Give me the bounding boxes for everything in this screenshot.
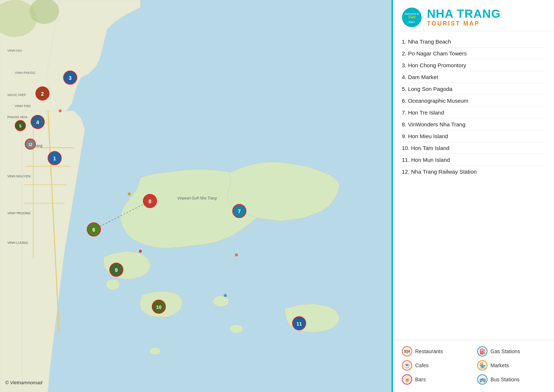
svg-text:VINH PHUOC: VINH PHUOC <box>15 71 36 75</box>
svg-text:Nam: Nam <box>409 20 415 24</box>
legend-item: ☕Cafes <box>402 360 470 371</box>
legend-item: 🍽Restaurants <box>402 346 470 357</box>
svg-point-5 <box>150 347 161 355</box>
svg-point-3 <box>213 296 229 307</box>
svg-text:VINH HAI: VINH HAI <box>7 49 22 52</box>
svg-point-17 <box>235 253 238 256</box>
svg-text:10: 10 <box>156 304 161 310</box>
legend-label: Restaurants <box>415 348 443 354</box>
attraction-item: 3. Hon Chong Promontory <box>402 59 545 71</box>
attraction-item: 10. Hon Tam Island <box>402 142 545 154</box>
legend-icon: 🍺 <box>402 374 412 385</box>
svg-text:5: 5 <box>19 124 21 128</box>
svg-text:4: 4 <box>36 119 39 125</box>
svg-text:NGOC HIEP: NGOC HIEP <box>7 93 26 97</box>
legend-label: Markets <box>490 362 509 368</box>
legend-item: 🍺Bars <box>402 374 470 385</box>
attractions-list: 1. Nha Trang Beach2. Po Nagar Cham Tower… <box>393 31 554 340</box>
svg-point-18 <box>224 294 227 297</box>
legend-icon: ⛽ <box>477 346 488 357</box>
attraction-item: 12. Nha Trang Railway Station <box>402 166 545 177</box>
attraction-item: 8. VinWonders Nha Trang <box>402 119 545 130</box>
attraction-item: 5. Long Son Pagoda <box>402 83 545 95</box>
attraction-item: 9. Hon Mieu Island <box>402 130 545 142</box>
svg-text:VINH NGUYEN: VINH NGUYEN <box>7 174 31 178</box>
vietnam-logo: welcome to Viet Nam <box>402 7 422 27</box>
svg-text:6: 6 <box>92 227 95 233</box>
legend-icon: 🍽 <box>402 346 412 357</box>
legend-item: 🚌Bus Stations <box>477 374 545 385</box>
sidebar-header: welcome to Viet Nam NHA TRANG TOURIST MA… <box>393 0 554 31</box>
attraction-item: 2. Po Nagar Cham Towers <box>402 48 545 59</box>
attraction-item: 7. Hon Tre Island <box>402 107 545 119</box>
map-type-title: TOURIST MAP <box>427 20 501 27</box>
svg-text:VINH LUONG: VINH LUONG <box>7 241 28 245</box>
svg-point-16 <box>139 250 142 253</box>
svg-text:Vinpearl Golf Nha Trang: Vinpearl Golf Nha Trang <box>177 196 217 200</box>
svg-text:1: 1 <box>53 156 56 161</box>
legend-icon: 🏪 <box>477 360 488 371</box>
svg-text:2: 2 <box>41 91 44 97</box>
attraction-item: 6. Oceanographic Museum <box>402 95 545 107</box>
city-title: NHA TRANG <box>427 8 501 20</box>
legend-icon: 🚌 <box>477 374 488 385</box>
title-block: NHA TRANG TOURIST MAP <box>427 8 501 27</box>
svg-text:7: 7 <box>238 208 241 214</box>
legend-item: ⛽Gas Stations <box>477 346 545 357</box>
attraction-item: 11. Hon Mun Island <box>402 154 545 166</box>
svg-text:PHUOC HOA: PHUOC HOA <box>7 115 28 119</box>
svg-text:11: 11 <box>297 321 302 327</box>
svg-text:9: 9 <box>115 267 118 273</box>
legend-label: Bus Stations <box>490 376 520 382</box>
legend: 🍽Restaurants⛽Gas Stations☕Cafes🏪Markets🍺… <box>393 340 554 392</box>
svg-point-15 <box>128 192 131 195</box>
svg-point-14 <box>59 109 62 112</box>
svg-text:12: 12 <box>28 143 33 147</box>
copyright-text: © Vietnamnomad <box>5 380 42 385</box>
svg-text:VINH TRUONG: VINH TRUONG <box>7 211 31 215</box>
svg-text:Viet: Viet <box>408 15 416 19</box>
svg-point-4 <box>230 324 243 333</box>
map-section: Nha Trang Vinpearl Golf Nha Trang VINH H… <box>0 0 391 392</box>
legend-item: 🏪Markets <box>477 360 545 371</box>
svg-text:8: 8 <box>148 198 151 204</box>
sidebar: welcome to Viet Nam NHA TRANG TOURIST MA… <box>391 0 554 392</box>
legend-icon: ☕ <box>402 360 412 371</box>
legend-label: Bars <box>415 376 426 382</box>
legend-label: Cafes <box>415 362 429 368</box>
attraction-item: 4. Dam Market <box>402 71 545 83</box>
svg-text:3: 3 <box>69 75 72 81</box>
attraction-item: 1. Nha Trang Beach <box>402 36 545 48</box>
legend-label: Gas Stations <box>490 348 520 354</box>
svg-text:VINH THO: VINH THO <box>15 104 31 108</box>
